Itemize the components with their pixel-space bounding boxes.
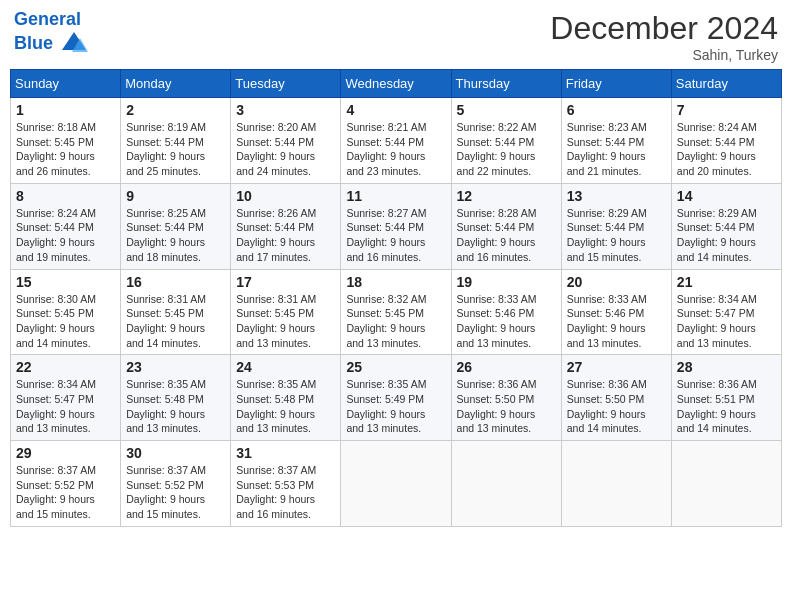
- calendar-cell-27: 27Sunrise: 8:36 AM Sunset: 5:50 PM Dayli…: [561, 355, 671, 441]
- month-title: December 2024: [550, 10, 778, 47]
- day-number: 19: [457, 274, 556, 290]
- day-number: 9: [126, 188, 225, 204]
- weekday-header-friday: Friday: [561, 70, 671, 98]
- day-number: 25: [346, 359, 445, 375]
- calendar-cell-1: 1Sunrise: 8:18 AM Sunset: 5:45 PM Daylig…: [11, 98, 121, 184]
- day-number: 26: [457, 359, 556, 375]
- day-number: 8: [16, 188, 115, 204]
- day-number: 31: [236, 445, 335, 461]
- day-number: 23: [126, 359, 225, 375]
- day-info: Sunrise: 8:23 AM Sunset: 5:44 PM Dayligh…: [567, 120, 666, 179]
- day-number: 21: [677, 274, 776, 290]
- day-number: 13: [567, 188, 666, 204]
- calendar-cell-9: 9Sunrise: 8:25 AM Sunset: 5:44 PM Daylig…: [121, 183, 231, 269]
- day-number: 14: [677, 188, 776, 204]
- calendar-cell-11: 11Sunrise: 8:27 AM Sunset: 5:44 PM Dayli…: [341, 183, 451, 269]
- day-info: Sunrise: 8:24 AM Sunset: 5:44 PM Dayligh…: [16, 206, 115, 265]
- day-number: 6: [567, 102, 666, 118]
- weekday-header-sunday: Sunday: [11, 70, 121, 98]
- calendar-week-3: 15Sunrise: 8:30 AM Sunset: 5:45 PM Dayli…: [11, 269, 782, 355]
- day-info: Sunrise: 8:29 AM Sunset: 5:44 PM Dayligh…: [567, 206, 666, 265]
- day-info: Sunrise: 8:20 AM Sunset: 5:44 PM Dayligh…: [236, 120, 335, 179]
- logo-text2: Blue: [14, 30, 88, 58]
- calendar-week-1: 1Sunrise: 8:18 AM Sunset: 5:45 PM Daylig…: [11, 98, 782, 184]
- day-info: Sunrise: 8:37 AM Sunset: 5:52 PM Dayligh…: [126, 463, 225, 522]
- day-info: Sunrise: 8:30 AM Sunset: 5:45 PM Dayligh…: [16, 292, 115, 351]
- day-number: 7: [677, 102, 776, 118]
- day-info: Sunrise: 8:35 AM Sunset: 5:48 PM Dayligh…: [126, 377, 225, 436]
- day-info: Sunrise: 8:32 AM Sunset: 5:45 PM Dayligh…: [346, 292, 445, 351]
- title-section: December 2024 Sahin, Turkey: [550, 10, 778, 63]
- day-number: 15: [16, 274, 115, 290]
- day-info: Sunrise: 8:36 AM Sunset: 5:51 PM Dayligh…: [677, 377, 776, 436]
- calendar-cell-10: 10Sunrise: 8:26 AM Sunset: 5:44 PM Dayli…: [231, 183, 341, 269]
- calendar-cell-15: 15Sunrise: 8:30 AM Sunset: 5:45 PM Dayli…: [11, 269, 121, 355]
- calendar-cell-30: 30Sunrise: 8:37 AM Sunset: 5:52 PM Dayli…: [121, 441, 231, 527]
- day-info: Sunrise: 8:18 AM Sunset: 5:45 PM Dayligh…: [16, 120, 115, 179]
- weekday-header-tuesday: Tuesday: [231, 70, 341, 98]
- calendar-cell-12: 12Sunrise: 8:28 AM Sunset: 5:44 PM Dayli…: [451, 183, 561, 269]
- weekday-header-thursday: Thursday: [451, 70, 561, 98]
- calendar-cell-21: 21Sunrise: 8:34 AM Sunset: 5:47 PM Dayli…: [671, 269, 781, 355]
- calendar-cell-31: 31Sunrise: 8:37 AM Sunset: 5:53 PM Dayli…: [231, 441, 341, 527]
- day-info: Sunrise: 8:36 AM Sunset: 5:50 PM Dayligh…: [457, 377, 556, 436]
- calendar-cell-22: 22Sunrise: 8:34 AM Sunset: 5:47 PM Dayli…: [11, 355, 121, 441]
- calendar-cell-3: 3Sunrise: 8:20 AM Sunset: 5:44 PM Daylig…: [231, 98, 341, 184]
- day-number: 16: [126, 274, 225, 290]
- empty-cell: [561, 441, 671, 527]
- day-info: Sunrise: 8:24 AM Sunset: 5:44 PM Dayligh…: [677, 120, 776, 179]
- day-number: 11: [346, 188, 445, 204]
- day-info: Sunrise: 8:33 AM Sunset: 5:46 PM Dayligh…: [457, 292, 556, 351]
- day-number: 2: [126, 102, 225, 118]
- day-info: Sunrise: 8:27 AM Sunset: 5:44 PM Dayligh…: [346, 206, 445, 265]
- calendar-cell-2: 2Sunrise: 8:19 AM Sunset: 5:44 PM Daylig…: [121, 98, 231, 184]
- empty-cell: [671, 441, 781, 527]
- day-info: Sunrise: 8:22 AM Sunset: 5:44 PM Dayligh…: [457, 120, 556, 179]
- day-number: 4: [346, 102, 445, 118]
- calendar-cell-24: 24Sunrise: 8:35 AM Sunset: 5:48 PM Dayli…: [231, 355, 341, 441]
- day-number: 24: [236, 359, 335, 375]
- calendar-cell-20: 20Sunrise: 8:33 AM Sunset: 5:46 PM Dayli…: [561, 269, 671, 355]
- day-info: Sunrise: 8:35 AM Sunset: 5:49 PM Dayligh…: [346, 377, 445, 436]
- day-number: 3: [236, 102, 335, 118]
- day-number: 29: [16, 445, 115, 461]
- day-info: Sunrise: 8:26 AM Sunset: 5:44 PM Dayligh…: [236, 206, 335, 265]
- day-info: Sunrise: 8:34 AM Sunset: 5:47 PM Dayligh…: [16, 377, 115, 436]
- calendar-cell-28: 28Sunrise: 8:36 AM Sunset: 5:51 PM Dayli…: [671, 355, 781, 441]
- day-info: Sunrise: 8:19 AM Sunset: 5:44 PM Dayligh…: [126, 120, 225, 179]
- calendar-cell-14: 14Sunrise: 8:29 AM Sunset: 5:44 PM Dayli…: [671, 183, 781, 269]
- weekday-header-wednesday: Wednesday: [341, 70, 451, 98]
- day-number: 22: [16, 359, 115, 375]
- calendar-cell-23: 23Sunrise: 8:35 AM Sunset: 5:48 PM Dayli…: [121, 355, 231, 441]
- calendar-cell-13: 13Sunrise: 8:29 AM Sunset: 5:44 PM Dayli…: [561, 183, 671, 269]
- calendar-cell-25: 25Sunrise: 8:35 AM Sunset: 5:49 PM Dayli…: [341, 355, 451, 441]
- day-number: 18: [346, 274, 445, 290]
- day-info: Sunrise: 8:31 AM Sunset: 5:45 PM Dayligh…: [236, 292, 335, 351]
- calendar-cell-29: 29Sunrise: 8:37 AM Sunset: 5:52 PM Dayli…: [11, 441, 121, 527]
- calendar-cell-18: 18Sunrise: 8:32 AM Sunset: 5:45 PM Dayli…: [341, 269, 451, 355]
- logo-text: General: [14, 10, 88, 30]
- calendar-week-2: 8Sunrise: 8:24 AM Sunset: 5:44 PM Daylig…: [11, 183, 782, 269]
- calendar-cell-4: 4Sunrise: 8:21 AM Sunset: 5:44 PM Daylig…: [341, 98, 451, 184]
- calendar-cell-6: 6Sunrise: 8:23 AM Sunset: 5:44 PM Daylig…: [561, 98, 671, 184]
- day-number: 28: [677, 359, 776, 375]
- day-number: 20: [567, 274, 666, 290]
- day-info: Sunrise: 8:21 AM Sunset: 5:44 PM Dayligh…: [346, 120, 445, 179]
- day-info: Sunrise: 8:37 AM Sunset: 5:53 PM Dayligh…: [236, 463, 335, 522]
- day-number: 30: [126, 445, 225, 461]
- empty-cell: [341, 441, 451, 527]
- empty-cell: [451, 441, 561, 527]
- day-info: Sunrise: 8:28 AM Sunset: 5:44 PM Dayligh…: [457, 206, 556, 265]
- day-info: Sunrise: 8:25 AM Sunset: 5:44 PM Dayligh…: [126, 206, 225, 265]
- calendar-cell-19: 19Sunrise: 8:33 AM Sunset: 5:46 PM Dayli…: [451, 269, 561, 355]
- calendar-week-4: 22Sunrise: 8:34 AM Sunset: 5:47 PM Dayli…: [11, 355, 782, 441]
- weekday-header-saturday: Saturday: [671, 70, 781, 98]
- calendar-cell-5: 5Sunrise: 8:22 AM Sunset: 5:44 PM Daylig…: [451, 98, 561, 184]
- calendar-cell-8: 8Sunrise: 8:24 AM Sunset: 5:44 PM Daylig…: [11, 183, 121, 269]
- day-number: 27: [567, 359, 666, 375]
- header: General Blue December 2024 Sahin, Turkey: [10, 10, 782, 63]
- day-number: 1: [16, 102, 115, 118]
- calendar: SundayMondayTuesdayWednesdayThursdayFrid…: [10, 69, 782, 527]
- day-info: Sunrise: 8:33 AM Sunset: 5:46 PM Dayligh…: [567, 292, 666, 351]
- day-info: Sunrise: 8:36 AM Sunset: 5:50 PM Dayligh…: [567, 377, 666, 436]
